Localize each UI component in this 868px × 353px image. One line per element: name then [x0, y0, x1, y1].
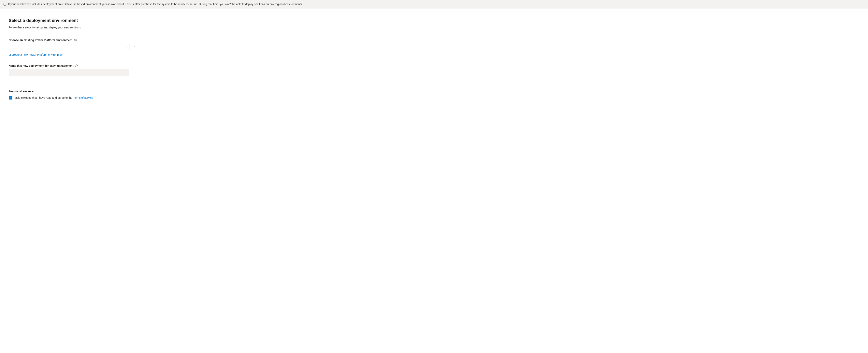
terms-heading: Terms of service [9, 90, 299, 93]
terms-checkbox-row: I acknowledge that I have read and agree… [9, 96, 299, 99]
deployment-name-label: Name this new deployment for easy manage… [9, 64, 299, 67]
svg-point-5 [75, 39, 75, 40]
info-banner: If your new license includes deployment … [0, 0, 868, 8]
deployment-name-field-group: Name this new deployment for easy manage… [9, 64, 299, 76]
info-icon[interactable] [74, 39, 77, 41]
deployment-name-input[interactable] [9, 69, 129, 76]
deployment-name-label-text: Name this new deployment for easy manage… [9, 64, 73, 67]
create-environment-link[interactable]: or create a new Power Platform environme… [9, 53, 63, 56]
environment-select-wrapper [9, 43, 129, 50]
terms-ack-label: I acknowledge that I have read and agree… [14, 96, 93, 99]
terms-checkbox[interactable] [9, 96, 12, 99]
environment-select-row [9, 43, 299, 50]
environment-label-text: Choose an existing Power Platform enviro… [9, 38, 72, 42]
svg-point-2 [5, 3, 5, 4]
refresh-button[interactable] [133, 45, 138, 50]
info-icon[interactable] [75, 64, 78, 67]
banner-text: If your new license includes deployment … [8, 2, 303, 6]
environment-label: Choose an existing Power Platform enviro… [9, 38, 299, 42]
page-subtitle: Follow these steps to set up and deploy … [9, 26, 299, 29]
page-title: Select a deployment environment [9, 18, 299, 23]
terms-ack-prefix: I acknowledge that I have read and agree… [14, 96, 73, 99]
environment-select[interactable] [9, 43, 129, 50]
main-content: Select a deployment environment Follow t… [0, 8, 308, 104]
info-icon [3, 3, 6, 6]
terms-of-service-link[interactable]: Terms of service [73, 96, 93, 99]
environment-field-group: Choose an existing Power Platform enviro… [9, 38, 299, 56]
refresh-icon [134, 45, 138, 49]
